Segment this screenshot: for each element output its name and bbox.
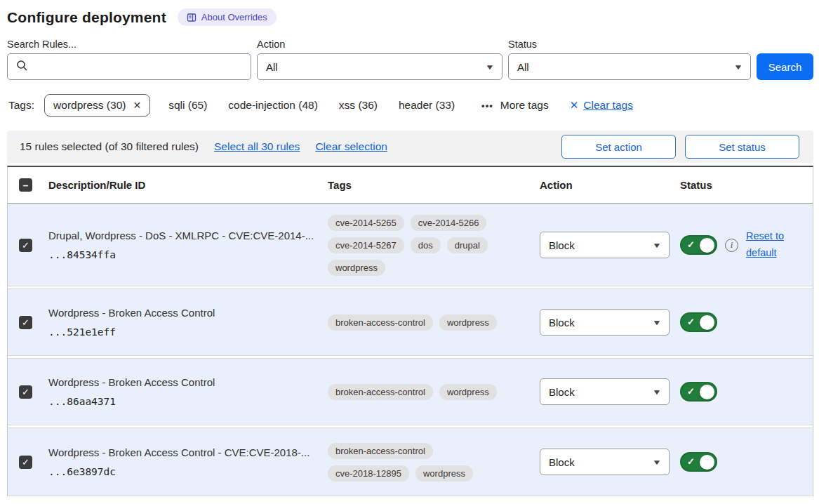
search-button[interactable]: Search [757, 53, 813, 80]
rule-tag: broken-access-control [328, 314, 433, 331]
ellipsis-icon: ••• [481, 100, 493, 111]
check-icon: ✓ [687, 386, 695, 397]
selection-bar: 15 rules selected (of 30 filtered rules)… [7, 131, 813, 163]
row-checkbox[interactable]: ✓ [19, 316, 32, 329]
action-value: Block [549, 386, 575, 398]
chevron-down-icon: ▼ [652, 458, 662, 466]
table-row: ✓ Wordpress - Broken Access Control ...5… [8, 289, 813, 356]
search-input[interactable] [7, 53, 251, 80]
rule-id: ...6e3897dc [48, 466, 328, 477]
status-toggle[interactable]: ✓ [680, 312, 717, 332]
action-select[interactable]: Block ▼ [540, 309, 670, 336]
rule-description: Wordpress - Broken Access Control - CVE:… [48, 446, 328, 458]
selected-tag-label: wordpress (30) [53, 99, 126, 112]
selected-tag-wordpress[interactable]: wordpress (30) ✕ [44, 94, 150, 117]
tag-sqli[interactable]: sqli (65) [168, 99, 207, 112]
search-icon [16, 60, 28, 74]
status-filter-group: Status All ▼ [508, 39, 751, 80]
reset-to-default-link[interactable]: Reset to default [746, 228, 791, 262]
rule-tag: wordpress [415, 465, 473, 482]
table-row: ✓ Wordpress - Broken Access Control ...8… [8, 358, 813, 425]
toggle-knob [700, 315, 714, 330]
status-toggle[interactable]: ✓ [680, 235, 717, 255]
select-all-link[interactable]: Select all 30 rules [214, 140, 300, 153]
tag-xss[interactable]: xss (36) [339, 99, 378, 112]
action-select[interactable]: Block ▼ [540, 378, 670, 405]
chevron-down-icon: ▼ [652, 241, 662, 249]
col-status: Status [680, 179, 813, 191]
page-header: Configure deployment About Overrides [7, 8, 813, 26]
tag-header[interactable]: header (33) [399, 99, 455, 112]
rules-table: – Description/Rule ID Tags Action Status… [7, 166, 813, 496]
action-filter-value: All [266, 61, 278, 73]
set-action-button[interactable]: Set action [561, 135, 676, 159]
rule-tag: broken-access-control [328, 443, 433, 459]
table-header-row: – Description/Rule ID Tags Action Status [8, 167, 813, 204]
rule-id: ...521e1eff [48, 326, 328, 338]
set-status-button[interactable]: Set status [685, 135, 799, 159]
row-checkbox[interactable]: ✓ [19, 385, 32, 399]
selection-summary: 15 rules selected (of 30 filtered rules) [20, 140, 199, 153]
search-label: Search Rules... [7, 39, 251, 50]
rule-status-cell: ✓ [680, 312, 813, 332]
status-toggle[interactable]: ✓ [680, 452, 717, 472]
rule-id: ...84534ffa [48, 249, 328, 260]
status-filter-select[interactable]: All ▼ [508, 53, 751, 80]
about-overrides-badge[interactable]: About Overrides [178, 8, 277, 26]
rule-tags-cell: cve-2014-5265 cve-2014-5266 cve-2014-526… [328, 215, 505, 276]
status-filter-label: Status [508, 39, 751, 50]
clear-selection-link[interactable]: Clear selection [315, 140, 387, 153]
rule-tag: cve-2014-5267 [328, 237, 404, 253]
rule-tag: broken-access-control [328, 384, 433, 400]
search-group: Search Rules... [7, 39, 251, 80]
tag-code-injection[interactable]: code-injection (48) [228, 99, 318, 112]
rule-description: Wordpress - Broken Access Control [48, 307, 328, 319]
chevron-down-icon: ▼ [652, 388, 662, 396]
more-tags-button[interactable]: ••• More tags [481, 99, 549, 112]
rule-action-cell: Block ▼ [540, 378, 680, 405]
row-checkbox[interactable]: ✓ [19, 456, 32, 469]
col-description: Description/Rule ID [48, 179, 328, 191]
close-icon: ✕ [570, 99, 579, 112]
rule-action-cell: Block ▼ [540, 309, 680, 336]
clear-tags-button[interactable]: ✕ Clear tags [570, 99, 633, 112]
remove-tag-icon[interactable]: ✕ [133, 100, 141, 111]
toggle-knob [700, 455, 714, 470]
action-value: Block [549, 317, 575, 329]
rule-description-cell: Wordpress - Broken Access Control ...521… [48, 307, 328, 338]
toggle-knob [700, 238, 714, 253]
action-value: Block [549, 239, 575, 251]
clear-tags-label: Clear tags [583, 99, 633, 112]
rule-status-cell: ✓ [680, 382, 813, 402]
action-filter-select[interactable]: All ▼ [257, 53, 502, 80]
rule-description-cell: Wordpress - Broken Access Control - CVE:… [48, 446, 328, 477]
action-filter-label: Action [257, 39, 502, 50]
toggle-knob [700, 385, 714, 399]
rule-id: ...86aa4371 [48, 396, 328, 407]
chevron-down-icon: ▼ [652, 319, 662, 326]
row-checkbox[interactable]: ✓ [19, 239, 32, 252]
col-tags: Tags [328, 179, 540, 191]
action-select[interactable]: Block ▼ [540, 232, 670, 258]
rule-tag: wordpress [439, 314, 497, 331]
rule-tag: dos [411, 237, 441, 253]
rule-description: Drupal, Wordpress - DoS - XMLRPC - CVE:C… [48, 230, 328, 241]
rule-action-cell: Block ▼ [540, 449, 680, 475]
select-all-checkbox[interactable]: – [19, 178, 32, 192]
rule-description-cell: Wordpress - Broken Access Control ...86a… [48, 376, 328, 407]
check-icon: ✓ [687, 317, 695, 327]
rule-tag: wordpress [328, 260, 385, 276]
chevron-down-icon: ▼ [485, 63, 495, 71]
info-icon[interactable]: i [725, 239, 738, 252]
configure-deployment-page: Configure deployment About Overrides Sea… [0, 0, 819, 496]
action-value: Block [549, 456, 575, 468]
tags-label: Tags: [8, 99, 34, 112]
status-toggle[interactable]: ✓ [680, 382, 717, 402]
filter-bar: Search Rules... Action All ▼ Status All [7, 39, 813, 80]
check-icon: ✓ [687, 239, 695, 250]
action-select[interactable]: Block ▼ [540, 449, 670, 475]
action-filter-group: Action All ▼ [257, 39, 502, 80]
table-row: ✓ Wordpress - Broken Access Control - CV… [8, 427, 813, 496]
rule-tag: cve-2018-12895 [328, 465, 409, 482]
rule-tag: wordpress [439, 384, 497, 400]
